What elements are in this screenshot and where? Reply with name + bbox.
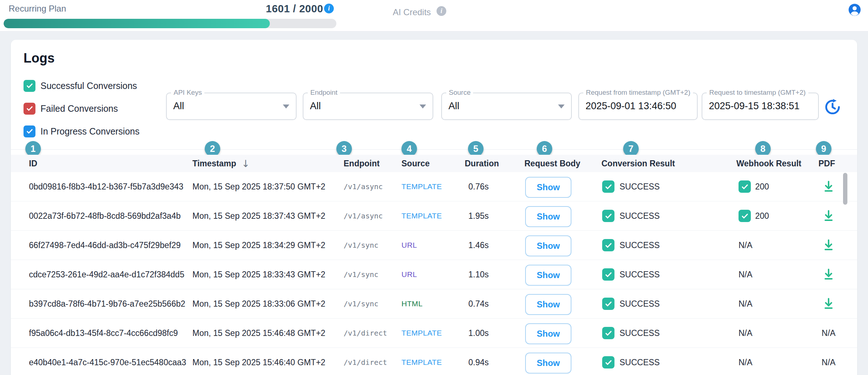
table-header-row: ID Timestamp ↓ Endpoint Source Duration …: [11, 155, 857, 172]
duration-cell: 0.94s: [468, 348, 489, 375]
conversion-result-label: SUCCESS: [620, 182, 660, 192]
request-to-timestamp-field[interactable]: Request to timestamp (GMT+2) 2025-09-15 …: [702, 93, 819, 120]
source-select-label: Source: [446, 89, 473, 97]
timestamp-cell: Mon, 15 Sep 2025 18:37:43 GMT+2: [192, 201, 326, 230]
log-id-cell: 66f27498-7ed4-46dd-ad3b-c475f29bef29: [29, 231, 180, 260]
conversion-result-label: SUCCESS: [620, 270, 660, 280]
conversion-result-label: SUCCESS: [620, 358, 660, 367]
divider: [11, 149, 857, 150]
duration-cell: 1.10s: [468, 260, 489, 289]
request-from-timestamp-label: Request from timestamp (GMT+2): [583, 89, 693, 97]
webhook-result-cell: N/A: [739, 260, 752, 289]
checkbox-checked-icon: [24, 103, 35, 115]
download-icon[interactable]: [821, 296, 836, 311]
checkbox-successful-conversions[interactable]: Successful Conversions: [24, 80, 137, 92]
source-cell: TEMPLATE: [401, 201, 442, 230]
endpoint-cell: /v1/async: [344, 201, 383, 230]
column-header-request-body: Request Body: [524, 155, 580, 172]
request-from-timestamp-value: 2025-09-01 13:46:50: [586, 101, 676, 112]
duration-cell: 1.00s: [468, 319, 489, 348]
duration-cell: 0.76s: [468, 172, 489, 201]
table-row: 66f27498-7ed4-46dd-ad3b-c475f29bef29 Mon…: [11, 231, 857, 260]
api-keys-select[interactable]: API Keys All: [166, 93, 297, 120]
column-header-timestamp[interactable]: Timestamp ↓: [192, 155, 250, 172]
checkbox-checked-icon: [24, 125, 35, 137]
show-request-body-button[interactable]: Show: [525, 177, 571, 198]
show-request-body-button[interactable]: Show: [525, 294, 571, 315]
success-check-icon: [602, 298, 614, 310]
column-header-pdf: PDF: [818, 155, 835, 172]
api-keys-select-value: All: [173, 101, 184, 112]
chevron-down-icon: [558, 105, 565, 108]
plan-info-icon[interactable]: i: [324, 4, 334, 13]
table-scrollbar-thumb[interactable]: [843, 173, 847, 205]
column-header-endpoint: Endpoint: [344, 155, 380, 172]
column-header-conversion-result: Conversion Result: [601, 155, 675, 172]
log-id-cell: b397cd8a-78f6-4b71-9b76-a7ee25b566b2: [29, 289, 185, 318]
webhook-result-label: 200: [755, 182, 769, 192]
checkbox-label: Failed Conversions: [41, 103, 118, 114]
endpoint-cell: /v1/direct: [344, 348, 387, 375]
endpoint-cell: /v1/sync: [344, 289, 378, 318]
log-id-cell: e40b40e1-4a7c-415c-970e-51ec5480caa3: [29, 348, 186, 375]
source-cell: TEMPLATE: [401, 319, 442, 348]
conversion-result-cell: SUCCESS: [602, 319, 660, 348]
webhook-result-label: N/A: [739, 328, 752, 338]
success-check-icon: [602, 210, 614, 222]
download-icon[interactable]: [821, 267, 836, 282]
webhook-result-label: N/A: [739, 270, 752, 280]
request-from-timestamp-field[interactable]: Request from timestamp (GMT+2) 2025-09-0…: [578, 93, 698, 120]
webhook-check-icon: [739, 210, 751, 222]
column-header-webhook-result: Webhook Result: [736, 155, 801, 172]
conversion-result-cell: SUCCESS: [602, 231, 660, 260]
conversion-result-label: SUCCESS: [620, 328, 660, 338]
pdf-cell: [820, 231, 837, 260]
endpoint-cell: /v1/sync: [344, 260, 378, 289]
sort-desc-icon[interactable]: ↓: [242, 158, 250, 169]
recurring-plan-label: Recurring Plan: [9, 4, 66, 14]
show-request-body-button[interactable]: Show: [525, 323, 571, 344]
checkbox-in-progress-conversions[interactable]: In Progress Conversions: [24, 125, 140, 137]
endpoint-cell: /v1/direct: [344, 319, 387, 348]
success-check-icon: [602, 356, 614, 368]
download-icon[interactable]: [821, 179, 836, 194]
user-avatar-icon[interactable]: [848, 3, 861, 17]
show-request-body-button[interactable]: Show: [525, 206, 571, 227]
success-check-icon: [602, 239, 614, 251]
success-check-icon: [602, 268, 614, 281]
top-bar: Recurring Plan 1601 / 2000 i AI Credits …: [0, 0, 868, 31]
plan-progress-fill: [4, 19, 270, 28]
show-request-body-button[interactable]: Show: [525, 265, 571, 286]
log-id-cell: 0bd09816-f8b3-4b12-b367-f5b7a3d9e343: [29, 172, 183, 201]
webhook-result-cell: N/A: [739, 231, 752, 260]
conversion-result-cell: SUCCESS: [602, 201, 660, 230]
timestamp-cell: Mon, 15 Sep 2025 18:37:50 GMT+2: [192, 172, 326, 201]
download-icon[interactable]: [821, 238, 836, 253]
webhook-result-cell: N/A: [739, 348, 752, 375]
chevron-down-icon: [283, 105, 289, 108]
log-id-cell: 0022a73f-6b72-48fb-8cd8-569bd2af3a4b: [29, 201, 180, 230]
success-check-icon: [602, 180, 614, 193]
refresh-icon[interactable]: [824, 98, 841, 116]
log-id-cell: f95a06c4-db13-45f4-8cc7-4cc66cd98fc9: [29, 319, 178, 348]
source-cell: HTML: [401, 289, 422, 318]
chevron-down-icon: [420, 105, 426, 108]
checkbox-failed-conversions[interactable]: Failed Conversions: [24, 102, 118, 115]
logs-panel: Logs Successful Conversions Failed Conve…: [11, 40, 857, 375]
show-request-body-button[interactable]: Show: [525, 235, 571, 256]
show-request-body-button[interactable]: Show: [525, 353, 571, 374]
download-icon[interactable]: [821, 208, 836, 223]
conversion-result-label: SUCCESS: [620, 299, 660, 309]
step-badge-8: 8: [755, 141, 771, 157]
webhook-result-label: N/A: [739, 358, 752, 367]
table-row: b397cd8a-78f6-4b71-9b76-a7ee25b566b2 Mon…: [11, 289, 857, 319]
ai-credits-info-icon[interactable]: i: [437, 6, 446, 16]
timestamp-cell: Mon, 15 Sep 2025 15:46:40 GMT+2: [192, 348, 326, 375]
timestamp-cell: Mon, 15 Sep 2025 18:34:29 GMT+2: [192, 231, 326, 260]
plan-progress-bar: [4, 19, 336, 28]
timestamp-cell: Mon, 15 Sep 2025 15:46:48 GMT+2: [192, 319, 326, 348]
conversion-result-cell: SUCCESS: [602, 172, 660, 201]
step-badge-9: 9: [816, 141, 831, 157]
endpoint-select[interactable]: Endpoint All: [303, 93, 433, 120]
source-select[interactable]: Source All: [441, 93, 572, 120]
